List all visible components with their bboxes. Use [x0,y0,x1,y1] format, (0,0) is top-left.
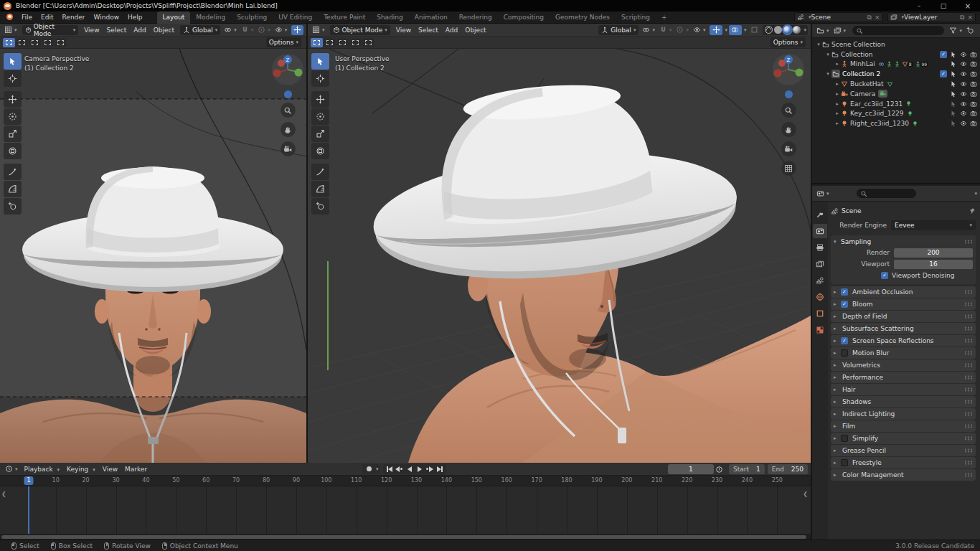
outliner-item-name[interactable]: BucketHat [850,80,884,88]
object-menu[interactable]: Object [461,27,489,34]
panel-drag-handle[interactable] [964,461,973,465]
selectable-toggle[interactable] [950,60,957,67]
tool-scale[interactable] [4,126,22,142]
workspace-tab-scripting[interactable]: Scripting [616,11,656,24]
object-menu[interactable]: Object [150,27,178,34]
menu-edit[interactable]: Edit [37,11,57,24]
jump-to-start-button[interactable] [385,465,395,474]
pin-icon[interactable] [969,207,976,215]
properties-tab-texture[interactable] [813,323,827,337]
mode-dropdown[interactable]: Object Mode▾ [22,25,79,35]
panel-checkbox[interactable]: ✓ [841,288,848,296]
view-menu[interactable]: View [80,27,103,34]
play-reverse-button[interactable] [405,465,415,474]
eye-toggle[interactable] [960,80,967,88]
scene-name[interactable]: Scene [811,14,864,21]
selectable-toggle[interactable] [950,120,957,127]
options-dropdown[interactable]: Options▾ [771,37,806,47]
disclosure-closed-icon[interactable]: ▸ [834,314,841,319]
disclosure-closed-icon[interactable]: ▸ [834,460,841,466]
tool-cursor[interactable] [311,70,329,87]
select-mode-invert[interactable] [349,38,362,47]
panel-performance[interactable]: ▸Performance [831,372,976,383]
view-layer-name[interactable]: ViewLayer [904,14,957,21]
tool-add-cube[interactable] [4,198,22,215]
panel-grease-pencil[interactable]: ▸Grease Pencil [831,445,976,456]
camera-toggle[interactable] [970,80,977,88]
disclosure-closed-icon[interactable]: ▸ [834,110,841,116]
outliner-item-name[interactable]: Camera [850,90,875,98]
panel-drag-handle[interactable] [964,424,973,428]
visibility-dropdown[interactable]: ▾ [273,25,289,35]
timeline-ruler[interactable]: 1 10203040506070809010011012013014015016… [0,476,811,486]
sampling-panel-title[interactable]: Sampling [841,238,871,245]
outliner-row[interactable]: ▸BucketHat [812,79,980,89]
zoom-icon[interactable] [781,103,796,118]
unlink-scene-icon[interactable]: × [875,14,880,21]
camera-toggle[interactable] [970,60,977,67]
shading-solid-button[interactable] [774,26,782,34]
panel-bloom[interactable]: ▸✓Bloom [831,298,976,310]
menu-render[interactable]: Render [58,11,90,24]
panel-screen-space-reflections[interactable]: ▸✓Screen Space Reflections [831,335,976,347]
select-mode-subtract[interactable] [336,38,349,47]
next-keyframe-button[interactable] [425,465,435,474]
xray-toggle[interactable] [748,25,760,35]
outliner-row[interactable]: ▸Key_cc3iid_1229 [812,109,980,119]
disclosure-closed-icon[interactable]: ▸ [834,387,841,392]
properties-tab-view-layer[interactable] [813,257,827,271]
select-menu[interactable]: Select [415,27,442,34]
panel-drag-handle[interactable] [964,351,973,355]
collection-checkbox[interactable]: ✓ [940,51,947,58]
disclosure-closed-icon[interactable]: ▸ [834,326,841,331]
axis-gizmo[interactable]: Z [772,53,805,86]
snap-toggle[interactable]: ▾ [240,25,255,35]
timeline-menu-view[interactable]: View [99,466,121,473]
eye-toggle[interactable] [960,100,967,108]
outliner-row[interactable]: ▾Collection✓ [812,50,980,60]
scene-selector[interactable]: ▾ Scene ⧉ × [794,12,883,22]
tool-move[interactable] [311,91,329,108]
disclosure-closed-icon[interactable]: ▸ [834,91,841,97]
workspace-tab-animation[interactable]: Animation [409,11,453,24]
minimize-button[interactable]: – [907,0,931,11]
outliner-row[interactable]: ▾Collection 2✓ [812,69,980,79]
properties-options-dropdown[interactable]: ▾ [974,191,977,197]
disclosure-closed-icon[interactable]: ▸ [834,121,841,126]
add-menu[interactable]: Add [130,27,149,34]
outliner-item-name[interactable]: Ear_cc3iid_1231 [850,100,903,108]
panel-film[interactable]: ▸Film [831,420,976,432]
panel-drag-handle[interactable] [964,290,973,294]
new-collection-button[interactable] [965,26,976,36]
selectable-toggle[interactable] [950,70,957,77]
prev-keyframe-button[interactable] [395,465,405,474]
workspace-tab-rendering[interactable]: Rendering [453,11,498,24]
camera-toggle[interactable] [970,100,977,108]
panel-drag-handle[interactable] [964,314,973,319]
workspace-tab-layout[interactable]: Layout [157,11,191,24]
zoom-icon[interactable] [281,103,296,118]
disclosure-closed-icon[interactable]: ▸ [834,81,841,87]
blender-menu-icon[interactable] [5,14,14,21]
use-preview-range-icon[interactable] [714,464,725,474]
display-mode-dropdown[interactable]: ▾ [832,26,848,36]
outliner-row[interactable]: ▾Scene Collection [812,39,980,50]
disclosure-closed-icon[interactable]: ▸ [834,399,841,405]
workspace-tab-shading[interactable]: Shading [371,11,409,24]
remove-view-layer-icon[interactable]: × [967,14,973,21]
camera-view-icon[interactable] [781,141,796,156]
menu-help[interactable]: Help [123,11,147,24]
timeline-menu-marker[interactable]: Marker [121,466,151,473]
outliner-item-name[interactable]: MinhLai [850,60,875,67]
frame-start-field[interactable]: Start1 [729,464,765,474]
disclosure-closed-icon[interactable]: ▸ [834,375,841,380]
shading-dropdown[interactable]: ▾ [804,27,806,33]
visibility-dropdown[interactable]: ▾ [692,25,707,35]
playhead[interactable] [28,486,29,534]
outliner-row[interactable]: ▸Camera [812,89,980,99]
filter-dropdown[interactable]: ▾ [948,26,963,36]
disclosure-open-icon[interactable]: ▾ [815,42,822,47]
tool-cursor[interactable] [4,70,22,87]
editor-type-dropdown[interactable]: ▾ [815,189,831,199]
panel-drag-handle[interactable] [964,326,973,331]
